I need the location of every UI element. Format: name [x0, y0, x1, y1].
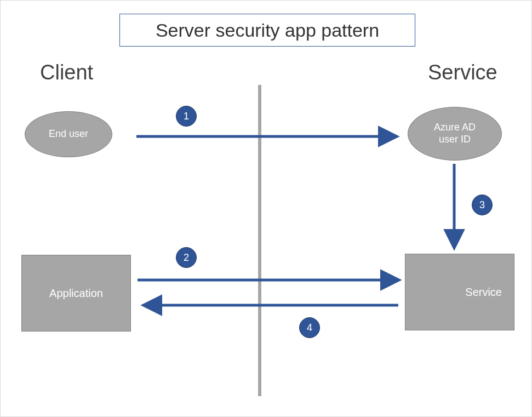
node-service-label: Service	[465, 286, 502, 299]
node-end-user: End user	[25, 111, 112, 157]
step-badge-2: 2	[176, 247, 197, 268]
diagram-title: Server security app pattern	[119, 14, 415, 47]
divider-vertical	[258, 85, 261, 396]
node-end-user-label: End user	[49, 128, 88, 140]
node-application: Application	[21, 255, 131, 332]
region-label-service: Service	[428, 61, 497, 84]
diagram-canvas: Server security app pattern Client Servi…	[0, 0, 532, 417]
step-badge-4: 4	[299, 317, 320, 338]
node-azure-ad: Azure AD user ID	[408, 107, 502, 161]
node-application-label: Application	[49, 287, 103, 300]
region-label-client: Client	[40, 61, 93, 84]
step-badge-3: 3	[472, 195, 493, 215]
node-service: Service	[405, 254, 514, 330]
step-badge-1: 1	[176, 106, 197, 127]
node-azure-ad-label: Azure AD user ID	[434, 122, 476, 145]
